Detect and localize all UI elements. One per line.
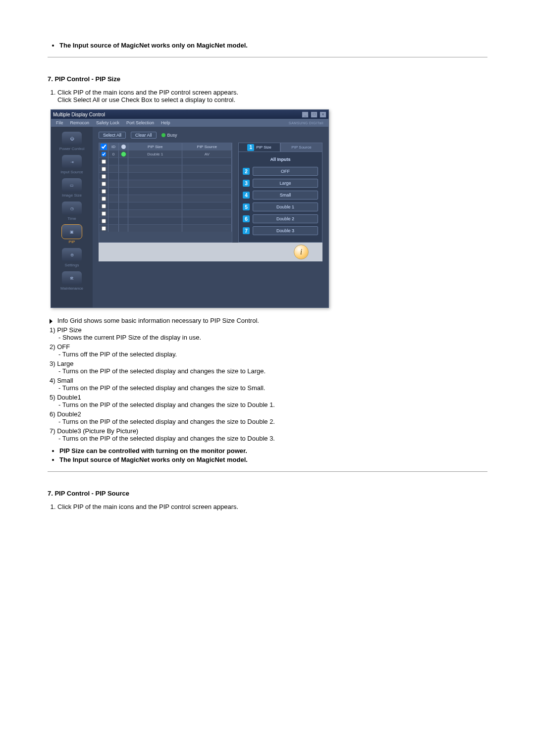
col-status <box>119 143 128 150</box>
sidebar-label: Input Source <box>60 170 83 174</box>
table-row[interactable] <box>99 157 232 165</box>
item-label: Double3 (Picture By Picture) <box>57 427 138 435</box>
row-checkbox[interactable] <box>102 167 106 171</box>
table-row[interactable] <box>99 195 232 202</box>
sidebar-item-power-control[interactable]: ⏻Power Control <box>56 132 87 151</box>
sidebar-item-time[interactable]: ◷Time <box>56 202 87 221</box>
sidebar-item-settings[interactable]: ⚙Settings <box>56 248 87 267</box>
divider <box>48 471 487 472</box>
top-note-list: The Input source of MagicNet works only … <box>59 42 487 49</box>
item-label: OFF <box>57 343 70 351</box>
step-1-sub: Click Select All or use Check Box to sel… <box>57 96 487 103</box>
table-row[interactable]: 0 Double 1 AV <box>99 150 232 157</box>
row-checkbox[interactable] <box>102 159 106 164</box>
status-icon <box>121 145 126 149</box>
steps-list-2: Click PIP of the main icons and the PIP … <box>57 503 487 510</box>
tab-label: PIP Size <box>256 145 271 150</box>
info-grid: ID PIP Size PIP Source 0 Double 1 AV <box>99 143 232 243</box>
table-row[interactable] <box>99 172 232 180</box>
sidebar-item-maintenance[interactable]: 🛠Maintenance <box>56 271 87 291</box>
section-heading-pip-size: 7. PIP Control - PIP Size <box>48 75 487 83</box>
select-all-button[interactable]: Select All <box>99 132 126 139</box>
sidebar-label: Time <box>67 216 76 221</box>
row-checkbox[interactable] <box>102 211 106 216</box>
row-checkbox[interactable] <box>102 226 106 231</box>
sidebar-item-pip[interactable]: ▣PIP <box>56 225 87 244</box>
row-checkbox[interactable] <box>102 219 106 223</box>
small-button[interactable]: Small <box>253 191 318 200</box>
sidebar-item-input-source[interactable]: ⇥Input Source <box>56 155 87 174</box>
item-num: 5) <box>50 394 55 401</box>
row-checkbox[interactable] <box>102 182 106 186</box>
check-all[interactable] <box>101 144 107 150</box>
row-checkbox[interactable] <box>102 174 106 179</box>
table-row[interactable] <box>99 209 232 217</box>
double2-button[interactable]: Double 2 <box>253 214 318 223</box>
window-buttons: _ □ x <box>301 111 326 118</box>
section-heading-pip-source: 7. PIP Control - PIP Source <box>48 490 487 497</box>
row-checkbox[interactable] <box>102 189 106 194</box>
explanation-list: 1) PIP Size- Shows the current PIP Size … <box>48 326 487 442</box>
table-row[interactable] <box>99 180 232 187</box>
menu-remocon[interactable]: Remocon <box>70 120 90 125</box>
table-row[interactable] <box>99 187 232 195</box>
help-orb-icon[interactable]: i <box>294 245 309 259</box>
list-item: 5) Double1- Turns on the PIP of the sele… <box>50 394 487 408</box>
callout-5: 5 <box>243 203 250 210</box>
row-checkbox[interactable] <box>102 152 106 156</box>
step-1: Click PIP of the main icons and the PIP … <box>57 89 487 103</box>
item-label: Double2 <box>57 410 81 418</box>
row-pip-source: AV <box>182 151 232 157</box>
double1-button[interactable]: Double 1 <box>253 202 318 211</box>
triangle-bullet-icon <box>50 319 53 324</box>
row-checkbox[interactable] <box>102 204 106 208</box>
tab-pip-size[interactable]: 1PIP Size <box>238 143 280 151</box>
off-button[interactable]: OFF <box>253 167 318 176</box>
double3-button[interactable]: Double 3 <box>253 226 318 235</box>
col-check[interactable] <box>99 143 108 150</box>
row-pip-size: Double 1 <box>128 151 182 157</box>
sidebar-label: Image Size <box>62 193 82 198</box>
list-item: 6) Double2- Turns on the PIP of the sele… <box>50 410 487 425</box>
clock-icon: ◷ <box>70 206 74 211</box>
document-page: The Input source of MagicNet works only … <box>0 0 535 756</box>
clear-all-button[interactable]: Clear All <box>131 132 157 139</box>
item-desc: - Turns on the PIP of the selected displ… <box>58 418 487 425</box>
brand-text: SAMSUNG DIGITall <box>289 121 323 125</box>
busy-label: Busy <box>167 133 177 138</box>
callout-3: 3 <box>243 180 250 187</box>
table-row[interactable] <box>99 224 232 232</box>
item-desc: - Turns on the PIP of the selected displ… <box>58 401 487 408</box>
mdc-body: ⏻Power Control ⇥Input Source ▭Image Size… <box>51 127 328 307</box>
large-button[interactable]: Large <box>253 179 318 188</box>
table-row[interactable] <box>99 202 232 209</box>
row-checkbox[interactable] <box>102 197 106 201</box>
table-row[interactable] <box>99 165 232 172</box>
sidebar-item-image-size[interactable]: ▭Image Size <box>56 178 87 198</box>
panel-header: All Inputs <box>243 157 318 162</box>
info-grid-text: Info Grid shows some basic information n… <box>57 317 259 324</box>
titlebar: Multiple Display Control _ □ x <box>51 110 328 119</box>
busy-dot-icon <box>161 133 165 137</box>
item-num: 6) <box>50 410 55 418</box>
bottom-notes: PIP Size can be controlled with turning … <box>59 447 487 463</box>
note-item: PIP Size can be controlled with turning … <box>59 447 487 454</box>
steps-list: Click PIP of the main icons and the PIP … <box>57 89 487 103</box>
maximize-button[interactable]: □ <box>311 111 318 118</box>
image-size-icon: ▭ <box>70 183 74 188</box>
menu-file[interactable]: File <box>56 120 63 125</box>
tab-label: PIP Source <box>291 145 311 150</box>
sidebar: ⏻Power Control ⇥Input Source ▭Image Size… <box>51 127 93 307</box>
busy-indicator: Busy <box>161 133 177 138</box>
minimize-button[interactable]: _ <box>302 111 309 118</box>
close-button[interactable]: x <box>320 111 326 118</box>
item-label: Small <box>57 377 73 384</box>
table-row[interactable] <box>99 217 232 224</box>
col-pip-size: PIP Size <box>128 143 182 150</box>
menu-help[interactable]: Help <box>161 120 170 125</box>
menu-safety-lock[interactable]: Safety Lock <box>96 120 119 125</box>
power-icon: ⏻ <box>70 137 74 141</box>
item-num: 3) <box>50 360 55 367</box>
menu-port-selection[interactable]: Port Selection <box>126 120 154 125</box>
tab-pip-source[interactable]: PIP Source <box>280 143 322 151</box>
